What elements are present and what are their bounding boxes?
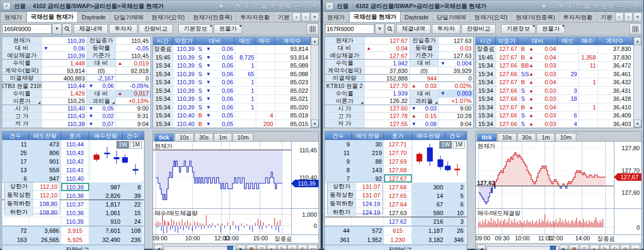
bid-price-cell[interactable]: 110,35 — [61, 217, 89, 225]
ask-price-cell[interactable]: 110,40 — [61, 174, 89, 182]
toolbar-button-5[interactable]: 현물가 — [214, 24, 242, 34]
tab-add-icon[interactable]: + — [633, 12, 642, 21]
scroll-right-icon[interactable]: ▶ — [560, 245, 568, 250]
bid-price-cell[interactable]: 110,38 — [61, 192, 89, 200]
print-icon[interactable]: ▤ — [583, 2, 591, 10]
price-chart-plot[interactable]: 현재가 — [153, 142, 292, 208]
toolbar-button-2[interactable]: 투자자 — [109, 24, 138, 34]
chart-scroll-track[interactable] — [164, 246, 236, 250]
chart-scroll-track[interactable] — [487, 246, 559, 250]
time-sales-scrollbar[interactable]: ▲ ▼ — [633, 37, 641, 128]
toolbar-button-4[interactable]: 기본정보 — [178, 24, 213, 34]
bid-price-cell[interactable]: 110,37 — [61, 200, 89, 208]
chart-tab-1m[interactable]: 1m — [214, 133, 231, 141]
volume-chart-plot[interactable]: 매수/매도체결량 — [476, 209, 614, 234]
list-icon[interactable]: ≡ — [591, 2, 599, 10]
info-label[interactable]: 이론가◢ — [2, 98, 42, 105]
list-icon[interactable]: ≡ — [269, 2, 277, 10]
draw-icon[interactable]: ✎ — [277, 245, 287, 250]
time-sales-row[interactable]: 15:45127.67B▲0.041,35837,830 — [476, 54, 633, 62]
bid-price-cell[interactable]: 127.65 — [384, 192, 412, 200]
ask-price-cell[interactable]: 127.71 — [384, 140, 412, 148]
symbol-input[interactable] — [325, 24, 374, 34]
tab-5[interactable]: 현재가(요약) — [471, 13, 512, 22]
tab-scroll-left-icon[interactable]: ‹ — [292, 12, 301, 21]
info-label[interactable]: 괴리율◢ — [87, 98, 116, 105]
time-sales-row[interactable]: 15:34127.67B▲0.04136,432 — [476, 78, 633, 87]
inquiry-button[interactable]: 문의 — [600, 2, 615, 10]
chart-tab-tick[interactable]: tick — [477, 133, 497, 141]
maximize-icon[interactable]: □ — [624, 2, 632, 10]
time-sales-row[interactable]: 15:34127.66S▲0.03336,431 — [476, 87, 633, 95]
tab-3[interactable]: Daytrade — [78, 13, 110, 22]
search-icon[interactable] — [62, 24, 72, 34]
tab-6[interactable]: 현재가(전종목) — [189, 13, 236, 22]
scroll-down-icon[interactable]: ▼ — [634, 120, 641, 128]
close-icon[interactable]: × — [633, 2, 641, 10]
tab-2[interactable]: 국채선물 현재가 — [26, 12, 78, 22]
chart-tab-tick[interactable]: tick — [154, 133, 174, 141]
scroll-track[interactable] — [634, 45, 641, 120]
bid-price-cell[interactable]: 127.66 — [384, 183, 412, 191]
chart-window-icon[interactable]: ▦ — [247, 245, 256, 250]
close-icon[interactable]: × — [310, 2, 318, 10]
grid-view-icon[interactable] — [629, 24, 641, 34]
text-icon[interactable]: T — [566, 2, 574, 10]
tab-1[interactable]: 현재가 — [323, 13, 349, 22]
symbol-input[interactable] — [2, 24, 52, 34]
time-sales-row[interactable]: 15:34110,39S▼0,06185,023 — [153, 78, 310, 87]
scroll-down-icon[interactable]: ▼ — [311, 120, 319, 128]
time-sales-row[interactable]: 15:34110,39S▼0,066585,088 — [153, 70, 310, 79]
print-icon[interactable]: ▤ — [260, 2, 268, 10]
scroll-track[interactable] — [311, 45, 319, 120]
chart-tab-10s[interactable]: 10s — [497, 133, 517, 141]
grid-view-icon[interactable] — [307, 24, 319, 34]
scroll-up-icon[interactable]: ▲ — [634, 37, 641, 45]
chart-tab-10m[interactable]: 10m — [555, 133, 576, 141]
ask-price-cell[interactable]: 110,41 — [61, 166, 89, 174]
toolbar-button-3[interactable]: 잔량비교 — [139, 24, 173, 34]
time-sales-row[interactable]: 15:34127.66BB▲0.031136,472 — [476, 62, 633, 70]
time-sales-row[interactable]: 15:34110,39S▼0,06185,089 — [153, 62, 310, 70]
tab-6[interactable]: 현재가(전종목) — [512, 13, 559, 22]
mini-candle-chart[interactable]: 1W1M — [413, 141, 466, 180]
draw-icon[interactable]: ✎ — [600, 245, 610, 250]
tab-1[interactable]: 현재가 — [1, 13, 26, 22]
time-sales-row[interactable]: 15:34127.67B▲0.04136,410 — [476, 104, 633, 112]
bid-price-cell[interactable]: 127.62 — [384, 217, 412, 225]
chart-tab-10s[interactable]: 10s — [175, 133, 194, 141]
chevron-down-icon[interactable]: ▼ — [375, 24, 385, 34]
help-icon[interactable]: ? — [251, 2, 259, 10]
zoom-in-icon[interactable]: ⊕ — [298, 245, 307, 250]
scroll-right-icon[interactable]: ▶ — [237, 245, 245, 250]
minimize-icon[interactable]: — — [293, 2, 301, 10]
mini-candle-chart[interactable]: 1W1M — [90, 141, 143, 180]
scroll-left-icon[interactable]: ◀ — [477, 245, 486, 250]
inquiry-button[interactable]: 문의 — [277, 2, 292, 10]
time-sales-row[interactable]: 15:34110,39S▼0,06185,022 — [153, 87, 310, 95]
minimize-icon[interactable]: — — [616, 2, 624, 10]
bid-price-cell[interactable]: 110,39 — [61, 183, 89, 191]
ask-price-cell[interactable]: 127.70 — [384, 149, 412, 157]
chart-scroll-thumb[interactable] — [227, 246, 233, 250]
volume-chart-plot[interactable]: 매수/매도체결량 — [153, 209, 292, 234]
chart-window-icon[interactable]: ▦ — [569, 245, 579, 250]
tab-add-icon[interactable]: + — [310, 12, 319, 21]
time-sales-row[interactable]: 15:34127.66S▲0.03636,409 — [476, 112, 633, 120]
export-icon[interactable]: → — [548, 2, 556, 10]
tab-7[interactable]: 투자자현황 — [559, 13, 597, 22]
crosshair-icon[interactable]: ▸ — [267, 245, 277, 250]
time-sales-row[interactable]: 장종료110,39S▼0,0693,814 — [153, 45, 310, 54]
tab-8[interactable]: 기본 — [274, 13, 291, 22]
chart-tab-10m[interactable]: 10m — [233, 133, 254, 141]
time-sales-row[interactable]: 장종료127.67B▲0.0437,830 — [476, 45, 633, 54]
tab-2[interactable]: 국채선물 현재가 — [349, 12, 401, 22]
help-icon[interactable]: ? — [574, 2, 582, 10]
bid-price-cell[interactable]: 127.64 — [384, 200, 412, 208]
zoom-in-icon[interactable]: ⊕ — [620, 245, 630, 250]
tab-scroll-left-icon[interactable]: ‹ — [615, 12, 624, 21]
zoom-out-icon[interactable]: ⊖ — [610, 245, 620, 250]
export-icon[interactable]: → — [226, 2, 234, 10]
toolbar-button-4[interactable]: 기본정보 — [501, 24, 536, 34]
time-sales-row[interactable]: 15:34110,40B▼0,0520085,015 — [153, 120, 310, 128]
